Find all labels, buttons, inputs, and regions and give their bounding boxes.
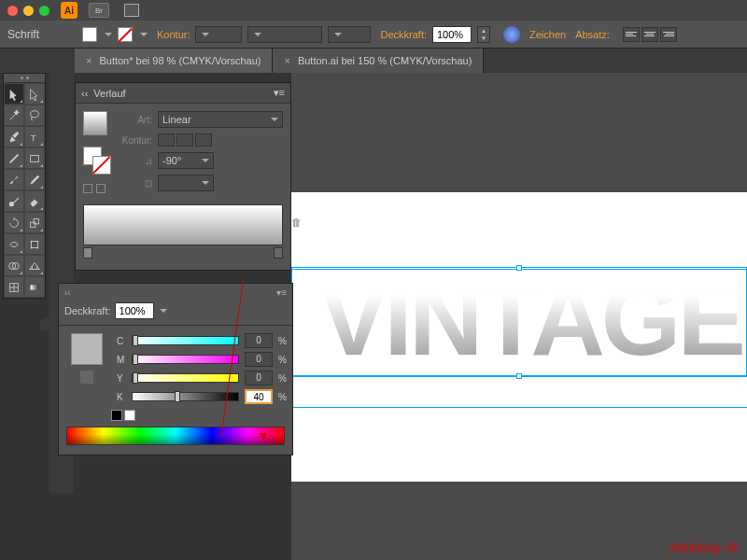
- color-panel-icon[interactable]: [40, 317, 57, 330]
- black-slider[interactable]: [132, 392, 239, 401]
- svg-point-8: [31, 240, 33, 242]
- opacity-dropdown-icon[interactable]: [160, 309, 167, 313]
- gradient-type-dropdown[interactable]: Linear: [158, 111, 283, 128]
- gradient-tool[interactable]: [24, 276, 45, 298]
- bridge-button[interactable]: Br: [89, 3, 109, 18]
- black-value[interactable]: 40: [245, 389, 273, 404]
- black-label: K: [117, 392, 126, 402]
- toolbox: T: [3, 73, 46, 299]
- panel-menu-icon[interactable]: ▾≡: [274, 87, 285, 99]
- out-of-gamut-icon[interactable]: [80, 371, 93, 384]
- fill-stroke-switcher[interactable]: [83, 147, 111, 175]
- line-segment-tool[interactable]: [4, 147, 24, 169]
- trash-icon[interactable]: 🗑: [291, 217, 303, 228]
- close-tab-icon[interactable]: ×: [86, 55, 92, 66]
- yellow-slider[interactable]: [132, 373, 239, 383]
- close-tab-icon[interactable]: ×: [284, 55, 289, 66]
- brush-dropdown[interactable]: [247, 26, 322, 43]
- black-swatch[interactable]: [111, 410, 122, 421]
- magenta-value[interactable]: 0: [245, 352, 273, 367]
- lasso-tool[interactable]: [24, 105, 45, 126]
- toolbox-grip[interactable]: [4, 74, 45, 83]
- window-titlebar: Ai Br: [0, 0, 747, 21]
- magenta-slider[interactable]: [132, 355, 239, 364]
- gradient-stop-right[interactable]: [274, 247, 283, 259]
- magenta-label: M: [117, 355, 126, 365]
- gradient-panel-header[interactable]: ‹‹ Verlauf ▾≡: [76, 83, 290, 104]
- cyan-label: C: [117, 336, 126, 346]
- gradient-stop-left[interactable]: [83, 247, 92, 259]
- eraser-tool[interactable]: [24, 190, 45, 212]
- current-color-swatch[interactable]: [71, 333, 103, 365]
- kontur-link[interactable]: Kontur:: [157, 29, 190, 40]
- blob-brush-tool[interactable]: [4, 190, 24, 212]
- gradient-swatch[interactable]: [83, 111, 107, 135]
- recolor-icon[interactable]: [503, 26, 520, 43]
- zeichen-link[interactable]: Zeichen: [529, 29, 566, 40]
- reverse-gradient-icon[interactable]: [83, 184, 111, 193]
- rotate-tool[interactable]: [4, 212, 24, 233]
- fill-swatch[interactable]: [82, 27, 97, 42]
- panel-collapse-icon[interactable]: ‹‹: [81, 88, 88, 99]
- type-tool[interactable]: T: [24, 126, 45, 147]
- selection-tool[interactable]: [4, 83, 24, 105]
- absatz-link[interactable]: Absatz:: [575, 29, 610, 40]
- kontur-label: Kontur:: [119, 135, 152, 146]
- shape-builder-tool[interactable]: [4, 255, 24, 276]
- aspect-dropdown[interactable]: [158, 175, 214, 191]
- guide-line[interactable]: [291, 407, 747, 408]
- scale-tool[interactable]: [24, 212, 45, 233]
- document-tab-2[interactable]: × Button.ai bei 150 % (CMYK/Vorschau): [273, 49, 484, 73]
- stop-opacity-input[interactable]: [115, 302, 154, 319]
- annotation-arrowhead: [260, 433, 267, 441]
- gradient-slider[interactable]: [83, 247, 283, 262]
- svg-rect-5: [31, 222, 35, 227]
- free-transform-tool[interactable]: [24, 233, 45, 255]
- svg-text:T: T: [31, 133, 36, 143]
- pen-tool[interactable]: [4, 126, 24, 147]
- close-window-button[interactable]: [7, 6, 18, 16]
- deckkraft-link[interactable]: Deckkraft:: [380, 29, 427, 40]
- gradient-preview[interactable]: 🗑: [83, 204, 283, 245]
- panel-collapse-icon[interactable]: ‹‹: [64, 287, 71, 298]
- svg-rect-7: [32, 241, 38, 247]
- style-dropdown[interactable]: [328, 26, 371, 43]
- yellow-value[interactable]: 0: [245, 371, 273, 385]
- control-bar: Schrift Kontur: Deckkraft: ▲▼ Zeichen Ab…: [0, 21, 747, 49]
- fill-dropdown[interactable]: [105, 33, 112, 36]
- white-swatch[interactable]: [124, 410, 135, 421]
- canvas-area[interactable]: VINTAGE Abbildung: 08: [291, 73, 747, 560]
- svg-point-0: [31, 110, 39, 117]
- rectangle-tool[interactable]: [24, 147, 45, 169]
- cyan-value[interactable]: 0: [245, 333, 273, 348]
- align-right-button[interactable]: [660, 27, 677, 42]
- document-tabbar: × Button* bei 98 % (CMYK/Vorschau) × But…: [0, 49, 747, 73]
- svg-point-9: [37, 240, 39, 242]
- minimize-window-button[interactable]: [23, 6, 34, 16]
- align-center-button[interactable]: [641, 27, 658, 42]
- stroke-weight-dropdown[interactable]: [195, 26, 242, 43]
- opacity-stepper[interactable]: ▲▼: [477, 26, 490, 43]
- document-tab-1[interactable]: × Button* bei 98 % (CMYK/Vorschau): [75, 49, 273, 73]
- deckkraft-label: Deckkraft:: [64, 305, 111, 316]
- stroke-swatch[interactable]: [118, 27, 133, 42]
- pencil-tool[interactable]: [24, 169, 45, 190]
- direct-selection-tool[interactable]: [24, 83, 45, 105]
- vintage-text-object[interactable]: VINTAGE: [319, 259, 742, 378]
- mesh-tool[interactable]: [4, 276, 24, 298]
- stroke-box[interactable]: [92, 156, 111, 175]
- width-tool[interactable]: [4, 233, 24, 255]
- perspective-grid-tool[interactable]: [24, 255, 45, 276]
- zoom-window-button[interactable]: [39, 6, 49, 16]
- angle-dropdown[interactable]: -90°: [158, 152, 214, 169]
- panel-menu-icon[interactable]: ▾≡: [276, 287, 287, 298]
- align-left-button[interactable]: [623, 27, 640, 42]
- stroke-dropdown[interactable]: [140, 33, 148, 36]
- workspace-switcher-icon[interactable]: [124, 4, 139, 17]
- stroke-gradient-buttons[interactable]: [158, 133, 212, 147]
- paintbrush-tool[interactable]: [4, 169, 24, 190]
- opacity-input[interactable]: [432, 26, 472, 43]
- cyan-slider[interactable]: [132, 336, 239, 345]
- magic-wand-tool[interactable]: [4, 105, 24, 126]
- color-spectrum[interactable]: [66, 427, 285, 445]
